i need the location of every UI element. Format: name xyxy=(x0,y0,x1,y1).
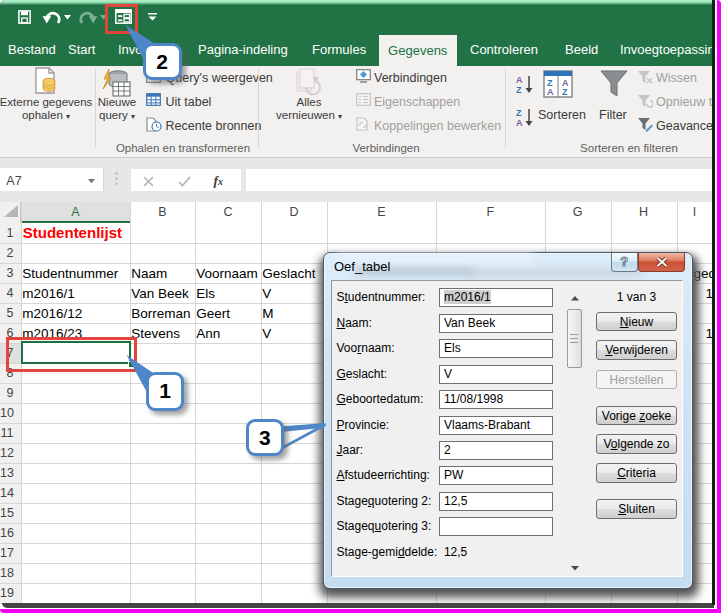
svg-text:Z: Z xyxy=(516,108,522,118)
svg-text:A: A xyxy=(516,118,523,127)
svg-text:A: A xyxy=(516,75,523,85)
svg-text:A: A xyxy=(547,87,554,97)
svg-text:Z: Z xyxy=(516,85,522,94)
svg-text:Z: Z xyxy=(562,87,568,97)
